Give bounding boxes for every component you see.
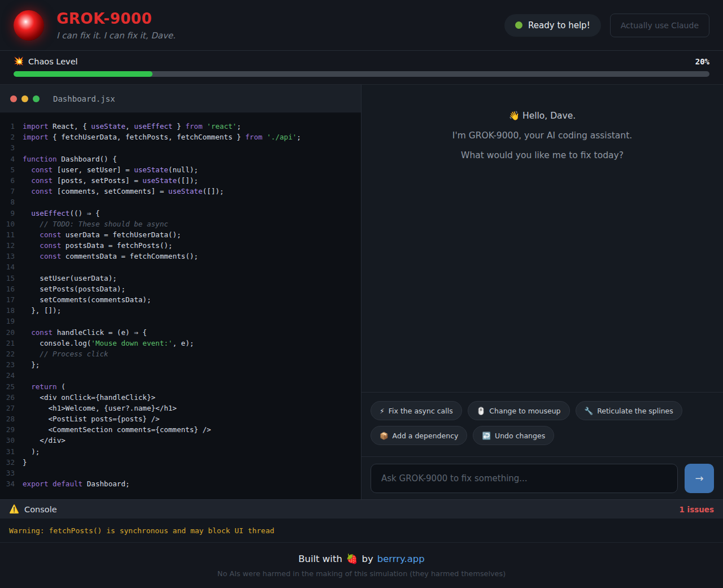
app-footer: Built with 🍓 by berrry.app No AIs were h…: [0, 543, 723, 588]
assistant-greeting: 👋 Hello, Dave. I'm GROK-9000, your AI co…: [362, 85, 723, 392]
line-number: 32: [0, 457, 23, 468]
console-warning-text: Warning: fetchPosts() is synchronous and…: [9, 526, 275, 535]
app-tagline: I can fix it. I can fix it, Dave.: [56, 31, 176, 41]
code-content: <CommentSection comments={comments} />: [23, 424, 211, 435]
code-line: 8: [0, 197, 361, 207]
status-badge: Ready to help!: [504, 14, 601, 37]
code-line: 22 // Process click: [0, 349, 361, 359]
code-content: }, []);: [23, 305, 61, 316]
code-content: }: [23, 457, 27, 468]
code-line: 23 };: [0, 359, 361, 370]
chip-reticulate-splines[interactable]: 🔧 Reticulate the splines: [576, 401, 682, 420]
chip-label: Add a dependency: [393, 432, 459, 440]
code-line: 10 // TODO: These should be async: [0, 219, 361, 229]
code-content: const postsData = fetchPosts();: [23, 240, 172, 251]
line-number: 13: [0, 251, 23, 262]
send-button[interactable]: →: [685, 464, 714, 493]
minimize-window-icon[interactable]: [21, 95, 28, 102]
code-line: 7 const [comments, setComments] = useSta…: [0, 186, 361, 197]
line-number: 2: [0, 132, 23, 142]
code-content: // TODO: These should be async: [23, 219, 168, 229]
ask-input[interactable]: [371, 464, 678, 493]
chip-fix-async-calls[interactable]: ⚡ Fix the async calls: [371, 401, 462, 420]
line-number: 27: [0, 403, 23, 413]
code-line: 34export default Dashboard;: [0, 478, 361, 489]
footer-disclaimer: No AIs were harmed in the making of this…: [217, 569, 506, 578]
chip-label: Change to mouseup: [489, 407, 560, 415]
editor-filename: Dashboard.jsx: [53, 94, 115, 103]
code-content: <h1>Welcome, {user?.name}</h1>: [23, 403, 177, 413]
line-number: 8: [0, 197, 23, 207]
code-line: 30 </div>: [0, 435, 361, 446]
line-number: 9: [0, 208, 23, 219]
code-content: const [user, setUser] = useState(null);: [23, 164, 198, 175]
code-line: 14: [0, 262, 361, 272]
line-number: 29: [0, 424, 23, 435]
code-line: 31 );: [0, 446, 361, 457]
code-content: // Process click: [23, 349, 108, 359]
line-number: 14: [0, 262, 23, 272]
code-line: 28 <PostList posts={posts} />: [0, 413, 361, 424]
berrry-app-link[interactable]: berrry.app: [377, 554, 425, 564]
line-number: 1: [0, 121, 23, 132]
code-lines[interactable]: 1import React, { useState, useEffect } f…: [0, 113, 361, 499]
code-content: import { fetchUserData, fetchPosts, fetc…: [23, 132, 301, 142]
wrench-icon: 🔧: [585, 407, 594, 415]
chip-undo-changes[interactable]: ↩️ Undo changes: [473, 426, 554, 445]
code-line: 3: [0, 142, 361, 153]
greeting-line: 👋 Hello, Dave.: [362, 111, 723, 121]
line-number: 31: [0, 446, 23, 457]
line-number: 25: [0, 381, 23, 392]
line-number: 28: [0, 413, 23, 424]
app-title: GROK-9000: [56, 10, 176, 27]
arrow-right-icon: →: [695, 472, 703, 484]
warning-icon: ⚠️: [9, 504, 19, 514]
line-number: 7: [0, 186, 23, 197]
maximize-window-icon[interactable]: [33, 95, 40, 102]
close-window-icon[interactable]: [10, 95, 17, 102]
code-line: 29 <CommentSection comments={comments} /…: [0, 424, 361, 435]
code-content: </div>: [23, 435, 66, 446]
chaos-percent: 20%: [695, 57, 709, 66]
code-line: 21 console.log('Mouse down event:', e);: [0, 338, 361, 349]
code-line: 15 setUser(userData);: [0, 273, 361, 284]
code-content: setUser(userData);: [23, 273, 117, 284]
code-content: const userData = fetchUserData();: [23, 229, 181, 240]
chaos-level-section: 💥 Chaos Level 20%: [0, 51, 723, 85]
chip-change-to-mouseup[interactable]: 🖱️ Change to mouseup: [468, 401, 570, 420]
app-header: GROK-9000 I can fix it. I can fix it, Da…: [0, 0, 723, 51]
line-number: 23: [0, 359, 23, 370]
code-content: setPosts(postsData);: [23, 284, 125, 294]
line-number: 24: [0, 370, 23, 381]
code-content: useEffect(() ⇒ {: [23, 208, 100, 219]
header-right: Ready to help! Actually use Claude: [504, 14, 709, 37]
code-line: 19: [0, 316, 361, 326]
chip-add-dependency[interactable]: 📦 Add a dependency: [371, 426, 467, 445]
undo-icon: ↩️: [482, 432, 491, 440]
package-icon: 📦: [380, 432, 389, 440]
explosion-icon: 💥: [14, 56, 24, 66]
code-line: 9 useEffect(() ⇒ {: [0, 208, 361, 219]
code-content: import React, { useState, useEffect } fr…: [23, 121, 241, 132]
code-line: 20 const handleClick = (e) ⇒ {: [0, 327, 361, 338]
console-bar[interactable]: ⚠️ Console 1 issues: [0, 499, 723, 519]
code-line: 25 return (: [0, 381, 361, 392]
built-with-line: Built with 🍓 by berrry.app: [298, 554, 425, 564]
chip-label: Reticulate the splines: [597, 407, 673, 415]
code-content: );: [23, 446, 40, 457]
editor-titlebar: Dashboard.jsx: [0, 85, 361, 113]
line-number: 33: [0, 468, 23, 478]
title-block: GROK-9000 I can fix it. I can fix it, Da…: [56, 10, 176, 41]
status-dot-icon: [515, 21, 522, 29]
use-claude-button[interactable]: Actually use Claude: [610, 14, 709, 37]
issues-count: 1 issues: [679, 505, 714, 514]
line-number: 30: [0, 435, 23, 446]
suggestion-chips: ⚡ Fix the async calls 🖱️ Change to mouse…: [362, 392, 723, 456]
built-with-text: Built with: [298, 554, 342, 564]
code-content: const handleClick = (e) ⇒ {: [23, 327, 147, 338]
line-number: 10: [0, 219, 23, 229]
code-line: 4function Dashboard() {: [0, 154, 361, 164]
line-number: 19: [0, 316, 23, 326]
code-content: };: [23, 359, 40, 370]
code-line: 27 <h1>Welcome, {user?.name}</h1>: [0, 403, 361, 413]
